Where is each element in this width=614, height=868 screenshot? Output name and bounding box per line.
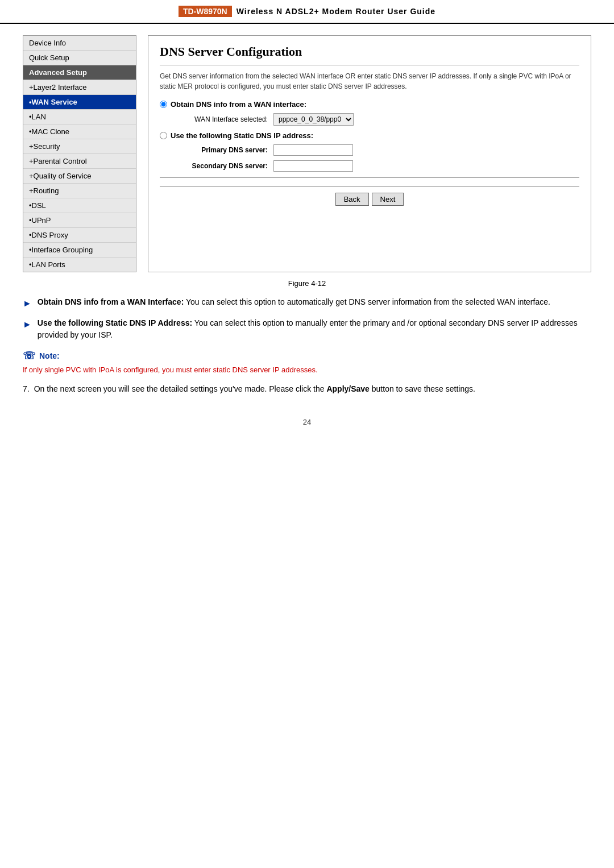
sidebar-item-lan[interactable]: •LAN: [23, 110, 136, 124]
secondary-dns-label: Secondary DNS server:: [160, 162, 273, 170]
page-title: DNS Server Configuration: [160, 44, 579, 59]
sidebar-item-dsl[interactable]: •DSL: [23, 198, 136, 213]
item-bold: Apply/Save: [326, 384, 369, 393]
numbered-item-7: 7. On the next screen you will see the d…: [0, 383, 614, 395]
bullet-arrow-2: ►: [23, 318, 32, 331]
static-dns-radio[interactable]: [160, 132, 167, 139]
sidebar-item-interface-grouping[interactable]: •Interface Grouping: [23, 243, 136, 258]
description-text: Get DNS server information from the sele…: [160, 71, 579, 92]
bullet-body-1: You can select this option to automatica…: [186, 297, 550, 306]
note-label: ☏ Note:: [23, 350, 591, 362]
note-colored-text: If only single PVC with IPoA is configur…: [23, 364, 591, 376]
main-container: Device Info Quick Setup Advanced Setup +…: [0, 35, 614, 272]
secondary-dns-input[interactable]: [273, 160, 353, 172]
static-dns-section: Use the following Static DNS IP address:…: [160, 131, 579, 172]
note-label-text: Note:: [39, 351, 60, 360]
model-badge: TD-W8970N: [179, 6, 232, 17]
bullet-arrow-1: ►: [23, 297, 32, 310]
content-area: DNS Server Configuration Get DNS server …: [148, 35, 591, 272]
sidebar-item-quick-setup[interactable]: Quick Setup: [23, 51, 136, 65]
bullet-text-2: Use the following Static DNS IP Address:…: [38, 317, 591, 341]
sidebar-item-wan-service[interactable]: •WAN Service: [23, 95, 136, 110]
page-number: 24: [0, 418, 614, 426]
primary-dns-row: Primary DNS server:: [160, 144, 579, 156]
item-number: 7.: [23, 383, 30, 395]
body-section: ► Obtain DNS info from a WAN Interface: …: [0, 296, 614, 341]
sidebar-item-quality-of-service[interactable]: +Quality of Service: [23, 169, 136, 184]
wan-interface-row: WAN Interface selected: pppoe_0_0_38/ppp…: [160, 113, 579, 126]
sidebar-item-security[interactable]: +Security: [23, 139, 136, 154]
item-text: On the next screen you will see the deta…: [34, 383, 475, 395]
sidebar-item-advanced-setup[interactable]: Advanced Setup: [23, 65, 136, 80]
bullet-bold-2: Use the following Static DNS IP Address:: [38, 318, 192, 327]
sidebar: Device Info Quick Setup Advanced Setup +…: [23, 35, 136, 272]
obtain-dns-radio[interactable]: [160, 101, 167, 108]
next-button[interactable]: Next: [372, 193, 404, 206]
item-text-after: button to save these settings.: [370, 384, 475, 393]
divider-bottom: [160, 177, 579, 178]
obtain-dns-row: Obtain DNS info from a WAN interface:: [160, 100, 579, 109]
sidebar-item-routing[interactable]: +Routing: [23, 184, 136, 198]
bullet-bold-1: Obtain DNS info from a WAN Interface:: [38, 297, 184, 306]
static-dns-row: Use the following Static DNS IP address:: [160, 131, 579, 140]
note-section: ☏ Note: If only single PVC with IPoA is …: [0, 350, 614, 376]
button-row: Back Next: [160, 186, 579, 206]
note-icon: ☏: [23, 350, 36, 362]
bullet-item-1: ► Obtain DNS info from a WAN Interface: …: [23, 296, 591, 310]
obtain-dns-label[interactable]: Obtain DNS info from a WAN interface:: [171, 100, 306, 109]
sidebar-item-layer2[interactable]: +Layer2 Interface: [23, 80, 136, 95]
figure-caption: Figure 4-12: [0, 279, 614, 288]
obtain-dns-section: Obtain DNS info from a WAN interface: WA…: [160, 100, 579, 126]
sidebar-item-device-info[interactable]: Device Info: [23, 36, 136, 51]
item-text-before: On the next screen you will see the deta…: [34, 384, 327, 393]
bullet-text-1: Obtain DNS info from a WAN Interface: Yo…: [38, 296, 591, 308]
primary-dns-label: Primary DNS server:: [160, 146, 273, 154]
static-dns-label[interactable]: Use the following Static DNS IP address:: [171, 131, 313, 140]
bullet-item-2: ► Use the following Static DNS IP Addres…: [23, 317, 591, 341]
back-button[interactable]: Back: [335, 193, 369, 206]
wan-interface-select[interactable]: pppoe_0_0_38/ppp0: [273, 113, 354, 126]
divider-top: [160, 65, 579, 65]
sidebar-item-lan-ports[interactable]: •LAN Ports: [23, 258, 136, 272]
sidebar-item-upnp[interactable]: •UPnP: [23, 213, 136, 228]
sidebar-item-parental-control[interactable]: +Parental Control: [23, 154, 136, 169]
sidebar-item-dns-proxy[interactable]: •DNS Proxy: [23, 228, 136, 243]
page-header: TD-W8970N Wireless N ADSL2+ Modem Router…: [0, 0, 614, 24]
wan-interface-label: WAN Interface selected:: [160, 115, 273, 123]
primary-dns-input[interactable]: [273, 144, 353, 156]
header-title: Wireless N ADSL2+ Modem Router User Guid…: [237, 7, 435, 16]
sidebar-item-mac-clone[interactable]: •MAC Clone: [23, 124, 136, 139]
secondary-dns-row: Secondary DNS server:: [160, 160, 579, 172]
